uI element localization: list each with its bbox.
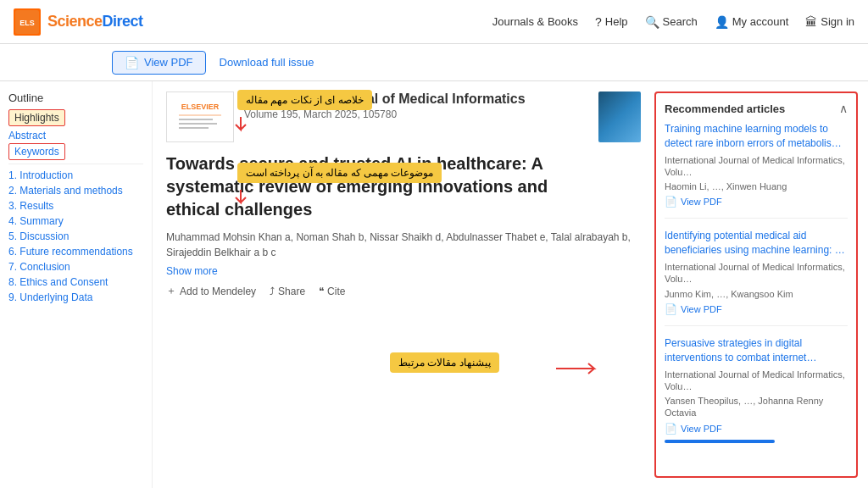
rec-pdf-icon-1: 📄 bbox=[665, 196, 677, 208]
show-more-link[interactable]: Show more bbox=[166, 265, 641, 277]
rec-pdf-label-3: View PDF bbox=[681, 424, 722, 434]
logo-area: ELS ScienceDirect bbox=[14, 8, 143, 36]
journal-volume: Volume 195, March 2025, 105780 bbox=[244, 108, 588, 120]
nav-sign-in[interactable]: 🏛 Sign in bbox=[805, 15, 854, 29]
rec-article-1: Training machine learning models to dete… bbox=[665, 122, 848, 219]
elsevier-logo-icon: ELS bbox=[14, 8, 41, 36]
collapse-icon[interactable]: ∧ bbox=[839, 102, 848, 115]
annotation-highlights: خلاصه ای از نکات مهم مقاله bbox=[237, 90, 372, 110]
pdf-icon: 📄 bbox=[125, 56, 139, 69]
help-icon: ? bbox=[595, 15, 602, 29]
cite-label: Cite bbox=[327, 286, 345, 297]
svg-text:ELSEVIER: ELSEVIER bbox=[181, 103, 220, 111]
progress-bar bbox=[665, 440, 775, 443]
share-label: Share bbox=[278, 286, 305, 297]
mendeley-icon: ＋ bbox=[166, 284, 176, 298]
sciencedirect-logo: ScienceDirect bbox=[47, 13, 143, 30]
download-label: Download full issue bbox=[220, 56, 314, 69]
toolbar: 📄 View PDF Download full issue bbox=[0, 44, 868, 81]
annotation-arrow-keywords bbox=[232, 190, 249, 209]
sidebar-nav-8[interactable]: 8. Ethics and Consent bbox=[8, 274, 143, 290]
rec-article-authors-3: Yansen Theopilus, …, Johanna Renny Octav… bbox=[665, 395, 848, 419]
sidebar-nav-1[interactable]: 1. Introduction bbox=[8, 168, 143, 183]
rec-article-title-3[interactable]: Persuasive strategies in digital interve… bbox=[665, 336, 848, 365]
nav-journals-books[interactable]: Journals & Books bbox=[492, 15, 578, 28]
sidebar-outline-section: Outline Highlights Abstract Keywords bbox=[8, 92, 143, 164]
sidebar-nav-9[interactable]: 9. Underlying Data bbox=[8, 290, 143, 305]
view-pdf-label: View PDF bbox=[144, 56, 193, 69]
thumb-lines bbox=[613, 102, 626, 133]
rec-pdf-icon-2: 📄 bbox=[665, 303, 677, 315]
cite-button[interactable]: ❝ Cite bbox=[319, 286, 345, 297]
nav-signin-label: Sign in bbox=[821, 15, 854, 28]
annotation-recommended: پیشنهاد مقالات مرتبط bbox=[390, 352, 499, 373]
account-icon: 👤 bbox=[715, 15, 729, 29]
rec-pdf-label-1: View PDF bbox=[681, 197, 722, 207]
journal-logo: ELSEVIER bbox=[166, 92, 234, 142]
article-authors: Muhammad Mohsin Khan a, Noman Shah b, Ni… bbox=[166, 230, 641, 260]
nav-account-label: My account bbox=[732, 15, 788, 28]
rec-article-3: Persuasive strategies in digital interve… bbox=[665, 336, 848, 453]
annotation-arrow-highlights bbox=[232, 117, 249, 136]
sidebar-nav-5[interactable]: 5. Discussion bbox=[8, 229, 143, 244]
nav-help[interactable]: ? Help bbox=[595, 15, 628, 29]
recommended-title: Recommended articles bbox=[665, 103, 785, 115]
rec-article-journal-1: International Journal of Medical Informa… bbox=[665, 154, 848, 179]
cite-icon: ❝ bbox=[319, 286, 324, 297]
nav-links: Journals & Books ? Help 🔍 Search 👤 My ac… bbox=[492, 15, 854, 29]
sidebar-item-abstract[interactable]: Abstract bbox=[8, 128, 143, 143]
journal-thumbnail bbox=[598, 92, 641, 142]
sidebar-nav-3[interactable]: 3. Results bbox=[8, 198, 143, 214]
sidebar-item-highlights[interactable]: Highlights bbox=[8, 109, 65, 126]
main-layout: Outline Highlights Abstract Keywords 1. … bbox=[0, 81, 868, 488]
sidebar-nav-6[interactable]: 6. Future recommendations bbox=[8, 244, 143, 259]
recommended-header: Recommended articles ∧ bbox=[665, 102, 848, 115]
nav-journals-books-label: Journals & Books bbox=[492, 15, 578, 28]
rec-pdf-link-2[interactable]: 📄 View PDF bbox=[665, 303, 848, 315]
search-icon: 🔍 bbox=[645, 15, 659, 29]
svg-text:ELS: ELS bbox=[19, 19, 35, 27]
signin-icon: 🏛 bbox=[805, 15, 817, 29]
rec-pdf-link-3[interactable]: 📄 View PDF bbox=[665, 423, 848, 435]
article-content: خلاصه ای از نکات مهم مقاله موضوعات مهمی … bbox=[153, 81, 654, 488]
rec-article-journal-3: International Journal of Medical Informa… bbox=[665, 369, 848, 393]
view-pdf-button[interactable]: 📄 View PDF bbox=[112, 51, 206, 75]
rec-pdf-icon-3: 📄 bbox=[665, 423, 677, 435]
rec-article-title-1[interactable]: Training machine learning models to dete… bbox=[665, 122, 848, 151]
sidebar: Outline Highlights Abstract Keywords 1. … bbox=[0, 81, 153, 488]
sidebar-item-keywords[interactable]: Keywords bbox=[8, 143, 65, 160]
rec-article-authors-1: Haomin Li, …, Xinwen Huang bbox=[665, 180, 848, 192]
svg-rect-7 bbox=[179, 127, 209, 129]
share-button[interactable]: ⤴ Share bbox=[270, 286, 305, 297]
mendeley-label: Add to Mendeley bbox=[180, 286, 256, 297]
sidebar-sections: 1. Introduction 2. Materials and methods… bbox=[8, 168, 143, 305]
sidebar-divider bbox=[8, 164, 143, 164]
recommended-articles-panel: Recommended articles ∧ Training machine … bbox=[654, 92, 858, 478]
svg-rect-6 bbox=[179, 123, 217, 125]
annotation-arrow-recommended bbox=[556, 361, 598, 379]
share-icon: ⤴ bbox=[270, 286, 275, 297]
sidebar-nav-7[interactable]: 7. Conclusion bbox=[8, 259, 143, 274]
rec-article-2: Identifying potential medical aid benefi… bbox=[665, 229, 848, 325]
elsevier-journal-logo-icon: ELSEVIER bbox=[170, 92, 230, 141]
rec-pdf-link-1[interactable]: 📄 View PDF bbox=[665, 196, 848, 208]
rec-article-journal-2: International Journal of Medical Informa… bbox=[665, 261, 848, 286]
header: ELS ScienceDirect Journals & Books ? Hel… bbox=[0, 0, 868, 44]
sidebar-nav-2[interactable]: 2. Materials and methods bbox=[8, 183, 143, 198]
nav-search[interactable]: 🔍 Search bbox=[645, 15, 698, 29]
sidebar-nav-4[interactable]: 4. Summary bbox=[8, 214, 143, 229]
annotation-keywords: موضوعات مهمی که مقاله به آن پرداخته است bbox=[237, 163, 442, 183]
rec-article-authors-2: Junmo Kim, …, Kwangsoo Kim bbox=[665, 288, 848, 300]
sidebar-outline-title: Outline bbox=[8, 92, 143, 104]
svg-rect-5 bbox=[179, 119, 213, 120]
article-actions: ＋ Add to Mendeley ⤴ Share ❝ Cite bbox=[166, 284, 641, 298]
download-full-issue-link[interactable]: Download full issue bbox=[220, 56, 314, 69]
nav-my-account[interactable]: 👤 My account bbox=[715, 15, 788, 29]
nav-help-label: Help bbox=[605, 15, 628, 28]
authors-text: Muhammad Mohsin Khan a, Noman Shah b, Ni… bbox=[166, 231, 631, 258]
add-to-mendeley-button[interactable]: ＋ Add to Mendeley bbox=[166, 284, 256, 298]
svg-rect-4 bbox=[179, 114, 221, 116]
nav-search-label: Search bbox=[663, 15, 698, 28]
rec-pdf-label-2: View PDF bbox=[681, 304, 722, 314]
rec-article-title-2[interactable]: Identifying potential medical aid benefi… bbox=[665, 229, 848, 258]
